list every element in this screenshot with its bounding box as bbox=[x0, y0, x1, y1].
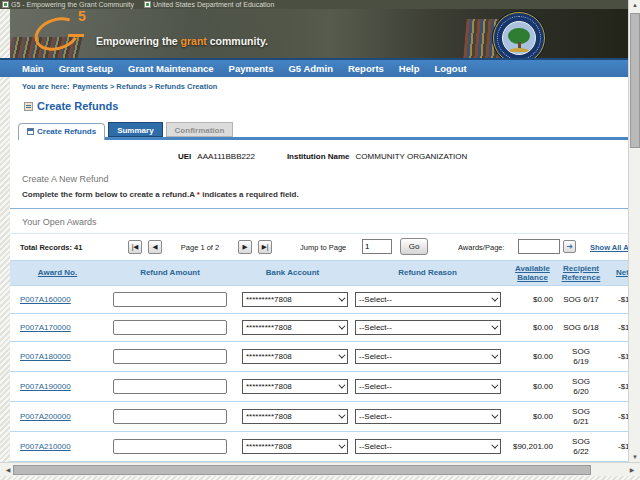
award-number-link[interactable]: P007A210000 bbox=[10, 442, 105, 451]
nav-logout[interactable]: Logout bbox=[434, 63, 466, 74]
nav-grant-setup[interactable]: Grant Setup bbox=[59, 63, 113, 74]
award-number-link[interactable]: P007A160000 bbox=[10, 295, 105, 304]
broken-image-icon bbox=[144, 1, 151, 8]
recipient-reference: SOG 6/18 bbox=[563, 323, 599, 332]
refund-amount-input[interactable] bbox=[113, 320, 227, 335]
refund-reason-select[interactable]: --Select-- bbox=[355, 349, 501, 364]
form-instruction: Complete the form below to create a refu… bbox=[10, 190, 628, 199]
scroll-up-arrow-icon[interactable]: ▲ bbox=[629, 2, 640, 8]
main-nav: Main Grant Setup Grant Maintenance Payme… bbox=[0, 58, 628, 77]
bank-account-select[interactable]: *********7808 bbox=[242, 292, 348, 307]
recipient-reference: SOG 6/17 bbox=[563, 295, 599, 304]
award-number-link[interactable]: P007A190000 bbox=[10, 382, 105, 391]
banner-tagline: Empowering the grant community. bbox=[96, 35, 268, 47]
bank-account-select[interactable]: *********7808 bbox=[242, 379, 348, 394]
table-row: P007A180000 *********7808 --Select-- $0.… bbox=[10, 342, 628, 372]
tagline-highlight: grant bbox=[181, 35, 207, 47]
bank-account-select[interactable]: *********7808 bbox=[242, 439, 348, 454]
refund-reason-select[interactable]: --Select-- bbox=[355, 292, 501, 307]
first-page-button[interactable]: |◀ bbox=[128, 240, 142, 254]
chevron-down-icon bbox=[338, 323, 345, 330]
form-icon bbox=[24, 102, 33, 111]
bank-account-select[interactable]: *********7808 bbox=[242, 320, 348, 335]
nav-payments[interactable]: Payments bbox=[229, 63, 274, 74]
show-all-link[interactable]: Show All Aw bbox=[590, 243, 628, 252]
refund-amount-input[interactable] bbox=[113, 349, 227, 364]
bank-account-select[interactable]: *********7808 bbox=[242, 409, 348, 424]
g5-logo-5: 5 bbox=[78, 9, 86, 24]
header-available-balance[interactable]: Available Balance bbox=[505, 264, 560, 282]
award-number-link[interactable]: P007A180000 bbox=[10, 352, 105, 361]
refund-amount-input[interactable] bbox=[113, 292, 227, 307]
vertical-scrollbar-thumb[interactable] bbox=[630, 13, 640, 148]
last-page-button[interactable]: ▶| bbox=[258, 240, 272, 254]
tab-label: Create Refunds bbox=[37, 127, 96, 136]
refund-reason-select[interactable]: --Select-- bbox=[355, 379, 501, 394]
page-title-row: Create Refunds bbox=[24, 100, 628, 112]
nav-grant-maintenance[interactable]: Grant Maintenance bbox=[128, 63, 214, 74]
refund-reason-select[interactable]: --Select-- bbox=[355, 439, 501, 454]
award-number-link[interactable]: P007A170000 bbox=[10, 323, 105, 332]
prev-page-button[interactable]: ◀ bbox=[148, 240, 162, 254]
chevron-down-icon bbox=[338, 412, 345, 419]
next-page-button[interactable]: ▶ bbox=[238, 240, 252, 254]
chevron-down-icon bbox=[491, 442, 498, 449]
awards-per-page-go-button[interactable]: ➜ bbox=[563, 240, 576, 253]
header-award-no[interactable]: Award No. bbox=[10, 268, 105, 277]
recipient-reference: SOG 6/19 bbox=[568, 347, 594, 366]
refund-reason-value: --Select-- bbox=[359, 442, 392, 451]
header-recipient-reference[interactable]: Recipient Reference bbox=[560, 264, 602, 282]
awards-per-page-label: Awards/Page: bbox=[458, 243, 505, 252]
total-records: Total Records: 41 bbox=[20, 243, 82, 252]
horizontal-scrollbar[interactable]: ◀ ▶ bbox=[0, 462, 640, 476]
available-balance: $0.00 bbox=[505, 382, 560, 391]
chevron-down-icon bbox=[491, 382, 498, 389]
refund-amount-input[interactable] bbox=[113, 409, 227, 424]
awards-per-page-input[interactable] bbox=[518, 239, 560, 254]
net-value: -$18 bbox=[602, 382, 628, 391]
nav-g5-admin[interactable]: G5 Admin bbox=[288, 63, 333, 74]
window-title-text: G5 - Empowering the Grant Community bbox=[11, 1, 134, 8]
refund-amount-input[interactable] bbox=[113, 379, 227, 394]
go-button[interactable]: Go bbox=[400, 238, 428, 255]
net-value: -$10 bbox=[602, 442, 628, 451]
vertical-scrollbar[interactable]: ▲ ▼ bbox=[628, 0, 640, 462]
table-row: P007A170000 *********7808 --Select-- $0.… bbox=[10, 314, 628, 342]
refund-amount-input[interactable] bbox=[113, 439, 227, 454]
refund-reason-select[interactable]: --Select-- bbox=[355, 409, 501, 424]
tab-summary[interactable]: Summary bbox=[108, 122, 162, 137]
pagination-bar: Total Records: 41 |◀ ◀ Page 1 of 2 ▶ ▶| … bbox=[10, 233, 628, 260]
table-row: P007A210000 *********7808 --Select-- $90… bbox=[10, 432, 628, 462]
refund-reason-value: --Select-- bbox=[359, 412, 392, 421]
table-row: P007A160000 *********7808 --Select-- $0.… bbox=[10, 286, 628, 314]
instruction-text: Complete the form below to create a refu… bbox=[22, 190, 197, 199]
broken-image-icon bbox=[2, 1, 9, 8]
nav-help[interactable]: Help bbox=[399, 63, 420, 74]
header-refund-amount: Refund Amount bbox=[105, 268, 235, 277]
breadcrumb-path[interactable]: Payments > Refunds > Refunds Creation bbox=[72, 82, 217, 91]
content-area: You are here:Payments > Refunds > Refund… bbox=[10, 77, 628, 462]
tab-create-refunds[interactable]: Create Refunds bbox=[18, 123, 105, 140]
jump-to-page-input[interactable] bbox=[362, 239, 392, 254]
scroll-down-arrow-icon[interactable]: ▼ bbox=[629, 454, 640, 460]
uei-label: UEI bbox=[178, 152, 191, 161]
horizontal-scrollbar-thumb[interactable] bbox=[13, 465, 591, 475]
tagline-suffix: community. bbox=[207, 35, 268, 47]
refund-reason-select[interactable]: --Select-- bbox=[355, 320, 501, 335]
department-of-education-seal bbox=[493, 12, 545, 58]
table-row: P007A200000 *********7808 --Select-- $0.… bbox=[10, 402, 628, 432]
award-number-link[interactable]: P007A200000 bbox=[10, 412, 105, 421]
chevron-down-icon bbox=[338, 295, 345, 302]
header-net[interactable]: Net bbox=[602, 268, 628, 277]
bank-account-value: *********7808 bbox=[246, 412, 292, 421]
available-balance: $0.00 bbox=[505, 295, 560, 304]
nav-main[interactable]: Main bbox=[22, 63, 44, 74]
breadcrumb-prefix: You are here: bbox=[22, 82, 69, 91]
scroll-right-arrow-icon[interactable]: ▶ bbox=[626, 466, 638, 473]
nav-reports[interactable]: Reports bbox=[348, 63, 384, 74]
create-refund-heading: Create A New Refund bbox=[10, 174, 628, 184]
bank-account-select[interactable]: *********7808 bbox=[242, 349, 348, 364]
bank-account-value: *********7808 bbox=[246, 323, 292, 332]
section-divider bbox=[10, 208, 628, 209]
recipient-reference: SOG 6/21 bbox=[568, 407, 594, 426]
